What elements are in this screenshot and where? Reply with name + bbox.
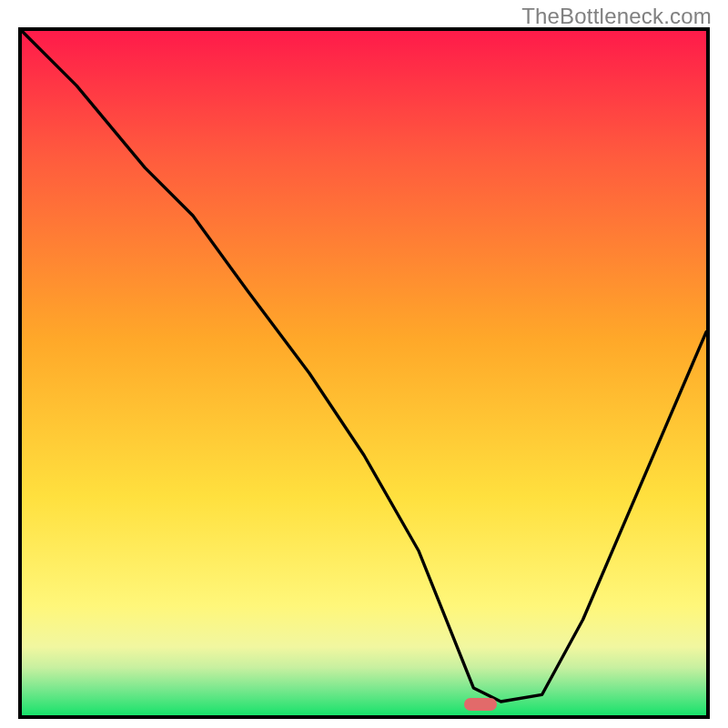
plot-area: [22, 31, 706, 715]
chart-container: TheBottleneck.com: [0, 0, 728, 728]
bottleneck-curve: [22, 31, 706, 715]
curve-path: [22, 31, 706, 702]
optimal-marker: [464, 698, 497, 711]
watermark-text: TheBottleneck.com: [521, 4, 712, 29]
